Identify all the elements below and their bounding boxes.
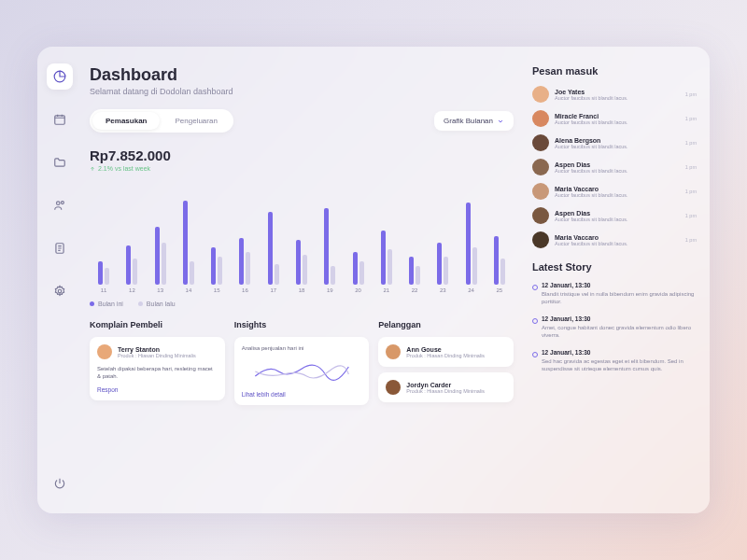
story-text: Amet, congue habitant donec gravida elem… — [542, 324, 697, 340]
bar-group: 14 — [178, 191, 199, 293]
bar-label: 15 — [214, 287, 220, 293]
story-date: 12 Januari, 13:30 — [542, 349, 697, 356]
inbox-message[interactable]: Joe YatesAuctor faucibus sit blandit lac… — [532, 86, 697, 103]
bar-group: 21 — [376, 191, 397, 293]
bar-label: 18 — [299, 287, 305, 293]
power-icon — [53, 477, 66, 490]
inbox-message[interactable]: Maria VaccaroAuctor faucibus sit blandit… — [532, 231, 697, 248]
story-item[interactable]: 12 Januari, 13:30Blandit tristique vel i… — [532, 282, 697, 306]
bar-group: 24 — [460, 191, 481, 293]
period-dropdown[interactable]: Grafik Bulanan — [434, 111, 514, 131]
complaint-text: Setelah dipakai beberapa hari, resleting… — [97, 365, 218, 381]
card-title: Insights — [234, 320, 370, 329]
header: Dashboard Selamat datang di Dodolan dash… — [90, 65, 514, 96]
msg-name: Aspen Dias — [555, 210, 680, 217]
inbox-message[interactable]: Aspen DiasAuctor faucibus sit blandit la… — [532, 159, 697, 175]
msg-preview: Auctor faucibus sit blandit lacus. — [555, 168, 680, 174]
bar-current — [211, 247, 216, 285]
bar-current — [268, 212, 273, 285]
bar-label: 13 — [157, 287, 163, 293]
user-sub: Produk : Hiasan Dinding Minimalis — [118, 353, 218, 358]
msg-preview: Auctor faucibus sit blandit lacus. — [555, 192, 680, 198]
sidebar-item-users[interactable] — [47, 192, 73, 218]
legend-item-a: Bulan ini — [90, 301, 123, 307]
user-sub: Produk : Hiasan Dinding Minimalis — [406, 388, 506, 394]
story-date: 12 Januari, 13:30 — [542, 315, 697, 322]
inbox-message[interactable]: Maria VaccaroAuctor faucibus sit blandit… — [532, 183, 697, 200]
sidebar-item-folder[interactable] — [47, 149, 73, 175]
bar-current — [381, 231, 386, 285]
bar-previous — [500, 259, 505, 285]
msg-preview: Auctor faucibus sit blandit lacus. — [555, 217, 680, 222]
bar-group: 22 — [404, 191, 425, 293]
page-subtitle: Selamat datang di Dodolan dashboard — [90, 87, 514, 96]
bar-current — [466, 203, 471, 285]
sidebar-item-calendar[interactable] — [47, 106, 73, 133]
sidebar — [37, 47, 82, 513]
card-komplain: Komplain Pembeli Terry Stanton Produk : … — [90, 320, 225, 405]
bar-current — [155, 227, 160, 285]
stories-title: Latest Story — [532, 261, 697, 273]
svg-rect-0 — [55, 116, 65, 124]
card-body[interactable]: Analisa penjualan hari ini Lihat lebih d… — [234, 337, 370, 405]
bar-group: 12 — [121, 191, 142, 293]
avatar — [97, 344, 112, 359]
bar-previous — [359, 261, 364, 285]
customer-item[interactable]: Jordyn CarderProduk : Hiasan Dinding Min… — [378, 372, 514, 402]
legend-item-b: Bulan lalu — [138, 301, 176, 307]
inbox-message[interactable]: Miracle FranciAuctor faucibus sit blandi… — [532, 110, 697, 127]
bar-previous — [105, 268, 109, 285]
bar-previous — [303, 255, 307, 285]
sidebar-item-dashboard[interactable] — [47, 63, 73, 90]
sidebar-item-power[interactable] — [47, 470, 73, 497]
msg-time: 1 pm — [685, 189, 697, 194]
sidebar-item-settings[interactable] — [47, 278, 73, 304]
bar-group: 20 — [347, 191, 368, 293]
inbox-message[interactable]: Alena BergsonAuctor faucibus sit blandit… — [532, 134, 697, 151]
card-body[interactable]: Terry Stanton Produk : Hiasan Dinding Mi… — [90, 337, 225, 400]
user-name: Terry Stanton — [118, 346, 218, 353]
avatar — [532, 110, 549, 127]
amount-change: 2.1% vs last week — [90, 165, 514, 172]
sparkline-chart — [242, 357, 362, 385]
bar-previous — [218, 257, 222, 285]
sidebar-item-notes[interactable] — [47, 235, 73, 261]
bar-label: 17 — [270, 287, 276, 293]
bar-group: 15 — [206, 191, 227, 293]
avatar — [532, 86, 549, 103]
bar-previous — [190, 261, 194, 285]
user-name: Jordyn Carder — [406, 382, 506, 388]
msg-name: Maria Vaccaro — [555, 186, 680, 192]
msg-time: 1 pm — [685, 91, 697, 97]
tab-expense[interactable]: Pengeluaran — [162, 112, 230, 130]
story-item[interactable]: 12 Januari, 13:30Amet, congue habitant d… — [532, 315, 697, 340]
msg-time: 1 pm — [685, 213, 697, 218]
inbox-message[interactable]: Aspen DiasAuctor faucibus sit blandit la… — [532, 207, 697, 224]
bar-previous — [162, 243, 166, 285]
bar-current — [324, 208, 329, 285]
detail-link[interactable]: Lihat lebih detail — [242, 391, 362, 398]
msg-preview: Auctor faucibus sit blandit lacus. — [555, 144, 680, 149]
msg-name: Joe Yates — [555, 89, 680, 95]
story-item[interactable]: 12 Januari, 13:30Sed hac gravida ac eges… — [532, 349, 697, 373]
bar-label: 21 — [383, 287, 389, 293]
bar-current — [98, 261, 103, 285]
bar-current — [494, 236, 499, 285]
msg-time: 1 pm — [685, 140, 697, 146]
bar-current — [239, 238, 244, 285]
respond-link[interactable]: Respon — [97, 386, 218, 393]
story-text: Sed hac gravida ac egestas eget et elit … — [542, 357, 697, 373]
main-content: Dashboard Selamat datang di Dodolan dash… — [82, 47, 532, 513]
pie-chart-icon — [53, 70, 66, 83]
amount-value: Rp7.852.000 — [90, 147, 514, 163]
users-icon — [53, 199, 66, 212]
bar-label: 19 — [327, 287, 333, 293]
msg-preview: Auctor faucibus sit blandit lacus. — [555, 119, 680, 125]
bar-previous — [133, 259, 137, 285]
avatar — [532, 159, 549, 175]
tab-income[interactable]: Pemasukan — [92, 112, 160, 130]
bar-current — [126, 245, 131, 285]
bar-previous — [275, 264, 279, 285]
bar-previous — [388, 249, 392, 285]
customer-item[interactable]: Ann GouseProduk : Hiasan Dinding Minimal… — [378, 337, 514, 367]
